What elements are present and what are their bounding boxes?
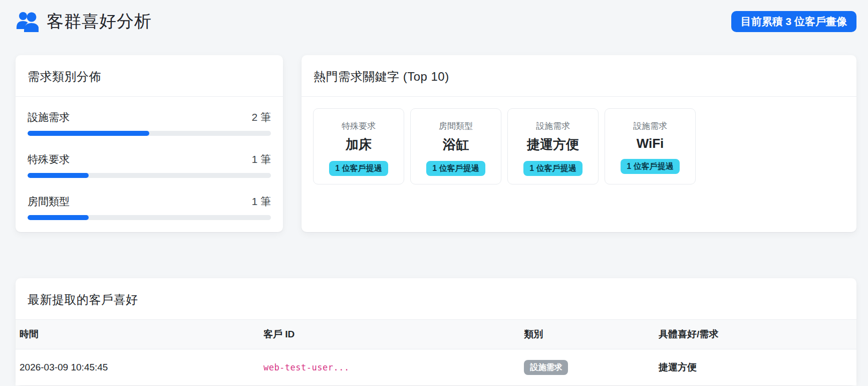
distribution-card-body: 設施需求 2 筆 特殊要求 1 筆 xyxy=(16,97,283,220)
keyword-text: WiFi xyxy=(605,136,695,151)
keyword-mention-badge: 1 位客戶提過 xyxy=(621,159,679,174)
keyword-tile: 房間類型 浴缸 1 位客戶提過 xyxy=(410,108,501,184)
page-header: 客群喜好分析 目前累積 3 位客戶畫像 xyxy=(16,10,856,33)
distribution-row: 設施需求 2 筆 xyxy=(28,110,271,136)
cell-time: 2026-03-09 10:45:45 xyxy=(16,349,259,385)
category-count: 1 筆 xyxy=(251,152,271,166)
distribution-card-header: 需求類別分佈 xyxy=(16,55,283,97)
cell-preference: 捷運方便 xyxy=(655,349,856,385)
keywords-card-header: 熱門需求關鍵字 (Top 10) xyxy=(302,55,856,97)
keyword-mention-badge: 1 位客戶提過 xyxy=(426,161,485,176)
category-count: 2 筆 xyxy=(251,110,271,124)
progress-bar xyxy=(28,173,271,178)
cell-category: 設施需求 xyxy=(520,349,655,385)
page-title: 客群喜好分析 xyxy=(47,10,152,33)
keyword-category: 設施需求 xyxy=(508,120,598,132)
column-header-time: 時間 xyxy=(16,320,259,349)
category-label: 特殊要求 xyxy=(28,152,70,166)
category-count: 1 筆 xyxy=(251,195,271,209)
keyword-mention-badge: 1 位客戶提過 xyxy=(329,161,388,176)
keyword-text: 捷運方便 xyxy=(508,136,598,153)
column-header-customer-id: 客戶 ID xyxy=(259,320,520,349)
customer-preference-dashboard: 客群喜好分析 目前累積 3 位客戶畫像 需求類別分佈 設施需求 2 筆 xyxy=(0,0,868,385)
keyword-category: 房間類型 xyxy=(411,120,501,132)
distribution-card-title: 需求類別分佈 xyxy=(28,69,271,85)
cell-customer-id: web-test-user... xyxy=(259,349,520,385)
progress-bar xyxy=(28,131,271,136)
top-keywords-card: 熱門需求關鍵字 (Top 10) 特殊要求 加床 1 位客戶提過 房間類型 浴缸… xyxy=(302,55,856,232)
column-header-preference: 具體喜好/需求 xyxy=(655,320,856,349)
customer-portrait-count-badge: 目前累積 3 位客戶畫像 xyxy=(731,11,856,32)
table-header-row: 時間 客戶 ID 類別 具體喜好/需求 xyxy=(16,320,856,349)
latest-preferences-card: 最新提取的客戶喜好 時間 客戶 ID 類別 具體喜好/需求 2026-03-09… xyxy=(16,278,856,385)
page-header-left: 客群喜好分析 xyxy=(16,10,152,33)
keyword-text: 浴缸 xyxy=(411,136,501,153)
keyword-category: 特殊要求 xyxy=(314,120,404,132)
category-badge: 設施需求 xyxy=(524,360,568,375)
keyword-tile: 設施需求 捷運方便 1 位客戶提過 xyxy=(507,108,599,184)
progress-bar-fill xyxy=(28,173,89,178)
column-header-category: 類別 xyxy=(520,320,655,349)
people-icon xyxy=(16,11,39,32)
keywords-card-title: 熱門需求關鍵字 (Top 10) xyxy=(314,69,844,85)
category-label: 設施需求 xyxy=(28,110,70,124)
latest-card-header: 最新提取的客戶喜好 xyxy=(16,278,856,320)
distribution-row: 房間類型 1 筆 xyxy=(28,195,271,220)
keywords-card-body: 特殊要求 加床 1 位客戶提過 房間類型 浴缸 1 位客戶提過 設施需求 捷運方… xyxy=(302,97,856,196)
keyword-tile: 設施需求 WiFi 1 位客戶提過 xyxy=(605,108,696,184)
demand-category-distribution-card: 需求類別分佈 設施需求 2 筆 特殊要求 1 筆 xyxy=(16,55,283,232)
latest-preferences-table: 時間 客戶 ID 類別 具體喜好/需求 2026-03-09 10:45:45 … xyxy=(16,320,856,385)
progress-bar xyxy=(28,215,271,220)
latest-card-title: 最新提取的客戶喜好 xyxy=(28,292,844,308)
summary-cards-row: 需求類別分佈 設施需求 2 筆 特殊要求 1 筆 xyxy=(16,55,856,232)
table-row: 2026-03-09 10:45:45 web-test-user... 設施需… xyxy=(16,349,856,385)
category-label: 房間類型 xyxy=(28,195,70,209)
keyword-tile: 特殊要求 加床 1 位客戶提過 xyxy=(313,108,404,184)
progress-bar-fill xyxy=(28,131,149,136)
keyword-text: 加床 xyxy=(314,136,404,153)
keyword-category: 設施需求 xyxy=(605,120,695,132)
customer-id-code: web-test-user... xyxy=(263,362,350,372)
progress-bar-fill xyxy=(28,215,89,220)
distribution-row: 特殊要求 1 筆 xyxy=(28,152,271,178)
keyword-mention-badge: 1 位客戶提過 xyxy=(523,161,582,176)
